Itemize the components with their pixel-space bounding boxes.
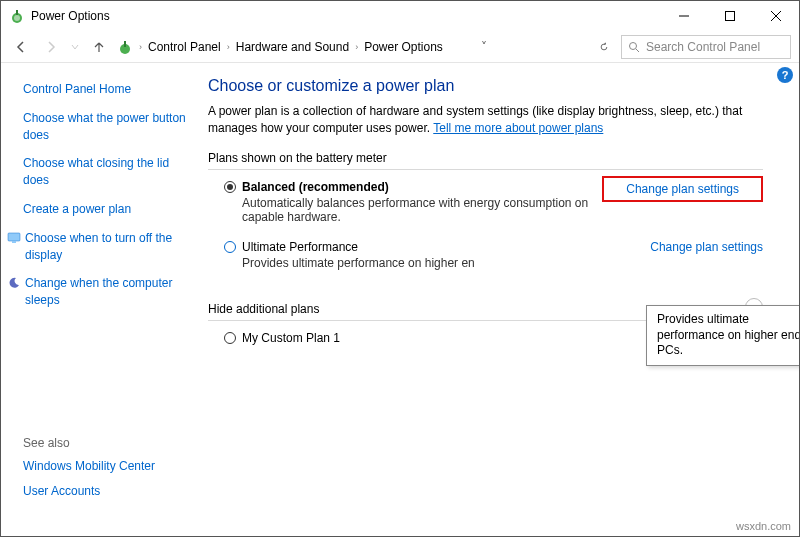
plan-balanced: Balanced (recommended) Automatically bal… — [208, 180, 763, 230]
sidebar-link-closing-lid[interactable]: Choose what closing the lid does — [23, 155, 186, 189]
chevron-right-icon: › — [355, 42, 358, 52]
section-plans-heading: Plans shown on the battery meter — [208, 151, 763, 170]
navbar: › Control Panel › Hardware and Sound › P… — [1, 31, 799, 63]
titlebar: Power Options — [1, 1, 799, 31]
minimize-button[interactable] — [661, 1, 707, 31]
tell-me-more-link[interactable]: Tell me more about power plans — [433, 121, 603, 135]
chevron-right-icon: › — [139, 42, 142, 52]
close-button[interactable] — [753, 1, 799, 31]
window-controls — [661, 1, 799, 31]
window-title: Power Options — [31, 9, 110, 23]
sidebar-link-turn-off-display[interactable]: Choose when to turn off the display — [25, 230, 186, 264]
svg-line-10 — [636, 49, 639, 52]
search-icon — [628, 41, 640, 53]
svg-point-9 — [630, 42, 637, 49]
radio-ultimate[interactable] — [224, 241, 236, 253]
moon-icon — [7, 276, 21, 290]
control-panel-home-link[interactable]: Control Panel Home — [23, 81, 186, 98]
see-also-label: See also — [23, 436, 186, 450]
svg-point-2 — [14, 15, 20, 21]
svg-rect-4 — [726, 12, 735, 21]
svg-rect-8 — [124, 41, 126, 47]
plan-custom-label: My Custom Plan 1 — [242, 331, 340, 345]
see-also-user-accounts[interactable]: User Accounts — [23, 483, 186, 500]
plan-balanced-desc: Automatically balances performance with … — [242, 196, 602, 224]
breadcrumb-item[interactable]: Hardware and Sound — [234, 38, 351, 56]
sidebar-link-power-button[interactable]: Choose what the power button does — [23, 110, 186, 144]
plan-balanced-label: Balanced (recommended) — [242, 180, 389, 194]
recent-dropdown[interactable] — [69, 35, 81, 59]
main-content: Choose or customize a power plan A power… — [196, 63, 799, 536]
plan-ultimate-label: Ultimate Performance — [242, 240, 358, 254]
chevron-down-icon[interactable]: ˅ — [481, 40, 487, 54]
maximize-button[interactable] — [707, 1, 753, 31]
tooltip: Provides ultimate performance on higher … — [646, 305, 800, 366]
svg-rect-12 — [12, 241, 16, 243]
forward-button[interactable] — [39, 35, 63, 59]
sidebar: Control Panel Home Choose what the power… — [1, 63, 196, 536]
sidebar-link-create-plan[interactable]: Create a power plan — [23, 201, 186, 218]
radio-custom[interactable] — [224, 332, 236, 344]
intro-text: A power plan is a collection of hardware… — [208, 103, 763, 137]
back-button[interactable] — [9, 35, 33, 59]
search-input[interactable]: Search Control Panel — [621, 35, 791, 59]
change-plan-settings-balanced[interactable]: Change plan settings — [602, 176, 763, 202]
see-also-mobility-center[interactable]: Windows Mobility Center — [23, 458, 186, 475]
chevron-right-icon: › — [227, 42, 230, 52]
refresh-button[interactable] — [593, 36, 615, 58]
breadcrumb[interactable]: › Control Panel › Hardware and Sound › P… — [139, 38, 587, 56]
see-also: See also Windows Mobility Center User Ac… — [23, 436, 186, 508]
plan-ultimate: Ultimate Performance Provides ultimate p… — [208, 240, 763, 276]
sidebar-link-computer-sleeps[interactable]: Change when the computer sleeps — [25, 275, 186, 309]
breadcrumb-item[interactable]: Control Panel — [146, 38, 223, 56]
svg-rect-11 — [8, 233, 20, 241]
address-icon — [117, 39, 133, 55]
power-options-icon — [9, 8, 25, 24]
plan-ultimate-desc: Provides ultimate performance on higher … — [242, 256, 650, 270]
search-placeholder: Search Control Panel — [646, 40, 760, 54]
page-title: Choose or customize a power plan — [208, 77, 763, 95]
up-button[interactable] — [87, 35, 111, 59]
change-plan-settings-ultimate[interactable]: Change plan settings — [650, 240, 763, 254]
breadcrumb-item[interactable]: Power Options — [362, 38, 445, 56]
watermark: wsxdn.com — [736, 520, 791, 532]
display-icon — [7, 231, 21, 245]
section-additional-label: Hide additional plans — [208, 302, 319, 316]
radio-balanced[interactable] — [224, 181, 236, 193]
